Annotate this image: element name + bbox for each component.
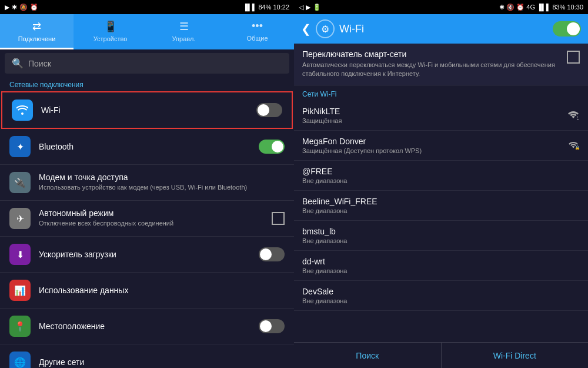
mute-icon: 🔕 <box>19 4 28 11</box>
svg-text:🔒: 🔒 <box>574 145 580 150</box>
wifi-network-list: PikNikLTE Защищённая MegaFon Donver Защи… <box>294 101 588 342</box>
airplane-checkbox[interactable] <box>272 212 285 225</box>
wifi-network-pikniklte[interactable]: PikNikLTE Защищённая <box>294 101 588 131</box>
wifi-header-toggle[interactable] <box>553 21 581 37</box>
wifi-network-bmstu[interactable]: bmstu_lb Вне диапазона <box>294 221 588 251</box>
airplane-item-subtitle: Отключение всех беспроводных соединений <box>39 219 272 228</box>
section-header-connections: Сетевые подключения <box>0 77 294 91</box>
settings-item-location[interactable]: 📍 Местоположение <box>0 309 294 344</box>
data-item-title: Использование данных <box>39 286 285 295</box>
wifi-header-title: Wi-Fi <box>339 23 553 35</box>
wifi-signal-icon-0 <box>567 109 580 122</box>
wifi-status-2: Вне диапазона <box>302 177 580 184</box>
download-item-title: Ускоритель загрузки <box>39 250 259 259</box>
wifi-network-devsale[interactable]: DevSale Вне диапазона <box>294 281 588 311</box>
location-item-icon: 📍 <box>9 316 31 337</box>
wifi-name-5: dd-wrt <box>302 257 580 266</box>
left-panel: ▶ ✱ 🔕 ⏰ ▐▌▌ 84% 10:22 ⇄ Подключени 📱 Уст… <box>0 0 294 368</box>
right-play-icon: ▶ <box>306 4 310 11</box>
wifi-signal-icon-1: 🔒 <box>567 139 580 152</box>
tab-device[interactable]: 📱 Устройство <box>74 14 147 49</box>
smart-switch-desc: Автоматически переключаться между Wi-Fi … <box>302 61 561 79</box>
right-panel: ◁ ▶ 🔋 ✱ 🔇 ⏰ 4G ▐▌▌ 83% 10:30 ❮ ⚙ Wi-Fi П… <box>294 0 588 368</box>
gear-icon[interactable]: ⚙ <box>316 19 335 38</box>
back-icon[interactable]: ❮ <box>301 22 311 36</box>
right-mute-icon: 🔇 <box>506 4 514 11</box>
right-battery-percent: 83% <box>552 4 565 11</box>
search-bar[interactable]: 🔍 Поиск <box>5 53 289 74</box>
wifi-item-icon <box>12 100 33 121</box>
data-item-icon: 📊 <box>9 280 31 301</box>
right-4g-icon: 4G <box>526 4 535 11</box>
tab-general-label: Общие <box>246 35 268 42</box>
tab-control[interactable]: ☰ Управл. <box>147 14 220 49</box>
wifi-network-megafon[interactable]: MegaFon Donver Защищённая (Доступен прот… <box>294 131 588 161</box>
wifi-name-2: @FREE <box>302 167 580 176</box>
device-tab-icon: 📱 <box>104 20 117 33</box>
tab-control-label: Управл. <box>172 35 196 42</box>
tab-general[interactable]: ••• Общие <box>220 14 294 49</box>
wifi-status-6: Вне диапазона <box>302 297 580 304</box>
settings-item-modem[interactable]: 🔌 Модем и точка доступа Использовать уст… <box>0 165 294 201</box>
search-placeholder: Поиск <box>28 59 51 68</box>
settings-item-bluetooth[interactable]: ✦ Bluetooth <box>0 129 294 165</box>
left-status-bar: ▶ ✱ 🔕 ⏰ ▐▌▌ 84% 10:22 <box>0 0 294 14</box>
battery-percent: 84% <box>258 4 271 11</box>
left-time: 10:22 <box>273 4 289 11</box>
wifi-item-title: Wi-Fi <box>41 105 256 115</box>
settings-list: Wi-Fi ✦ Bluetooth 🔌 Модем и точка доступ… <box>0 91 294 368</box>
wifi-status-4: Вне диапазона <box>302 237 580 244</box>
wifi-network-beeline[interactable]: Beeline_WiFi_FREE Вне диапазона <box>294 191 588 221</box>
general-tab-icon: ••• <box>252 20 263 32</box>
wifi-header: ❮ ⚙ Wi-Fi <box>294 14 588 44</box>
svg-rect-0 <box>576 115 580 120</box>
right-bluetooth-icon: ✱ <box>499 4 505 11</box>
tab-connections[interactable]: ⇄ Подключени <box>0 14 74 49</box>
modem-item-subtitle: Использовать устройство как модем (через… <box>39 183 285 192</box>
wifi-status-0: Защищённая <box>302 117 563 124</box>
settings-item-airplane[interactable]: ✈ Автономный режим Отключение всех беспр… <box>0 201 294 237</box>
alarm-icon: ⏰ <box>30 4 38 11</box>
settings-item-wifi[interactable]: Wi-Fi <box>1 91 293 129</box>
bluetooth-toggle[interactable] <box>259 140 285 154</box>
smart-switch-checkbox[interactable] <box>567 51 580 64</box>
smart-switch-title: Переключатель смарт-сети <box>302 49 561 59</box>
modem-item-icon: 🔌 <box>9 172 31 193</box>
wifi-name-1: MegaFon Donver <box>302 137 563 146</box>
tab-connections-label: Подключени <box>18 35 56 42</box>
right-battery-icon: 🔋 <box>313 4 321 11</box>
other-item-icon: 🌐 <box>9 352 31 368</box>
other-item-title: Другие сети <box>39 357 285 367</box>
modem-item-title: Модем и точка доступа <box>39 173 285 182</box>
bluetooth-item-title: Bluetooth <box>39 142 259 151</box>
wifi-network-free[interactable]: @FREE Вне диапазона <box>294 161 588 191</box>
bluetooth-status-icon: ✱ <box>12 4 17 11</box>
settings-item-download[interactable]: ⬇ Ускоритель загрузки <box>0 237 294 273</box>
play-icon: ▶ <box>5 4 9 11</box>
wifi-name-3: Beeline_WiFi_FREE <box>302 197 580 206</box>
search-button[interactable]: Поиск <box>294 343 442 368</box>
settings-item-other[interactable]: 🌐 Другие сети <box>0 344 294 368</box>
bottom-buttons: Поиск Wi-Fi Direct <box>294 342 588 368</box>
location-toggle[interactable] <box>259 319 285 333</box>
bluetooth-item-icon: ✦ <box>9 136 31 157</box>
download-item-icon: ⬇ <box>9 244 31 265</box>
wifi-name-0: PikNikLTE <box>302 107 563 116</box>
wifi-status-5: Вне диапазона <box>302 267 580 274</box>
right-back-arrow-status: ◁ <box>299 4 303 11</box>
right-status-bar: ◁ ▶ 🔋 ✱ 🔇 ⏰ 4G ▐▌▌ 83% 10:30 <box>294 0 588 14</box>
right-alarm-icon: ⏰ <box>516 4 524 11</box>
wifi-name-4: bmstu_lb <box>302 227 580 236</box>
control-tab-icon: ☰ <box>179 20 189 33</box>
wifi-network-ddwrt[interactable]: dd-wrt Вне диапазона <box>294 251 588 281</box>
wifi-status-1: Защищённая (Доступен протокол WPS) <box>302 147 563 154</box>
location-item-title: Местоположение <box>39 321 259 331</box>
airplane-item-icon: ✈ <box>9 208 31 229</box>
settings-item-data[interactable]: 📊 Использование данных <box>0 273 294 309</box>
wifi-toggle[interactable] <box>256 103 282 117</box>
wifidirect-button[interactable]: Wi-Fi Direct <box>442 343 589 368</box>
download-toggle[interactable] <box>259 247 285 261</box>
top-tabs: ⇄ Подключени 📱 Устройство ☰ Управл. ••• … <box>0 14 294 49</box>
airplane-item-title: Автономный режим <box>39 208 272 218</box>
smart-switch[interactable]: Переключатель смарт-сети Автоматически п… <box>294 44 588 85</box>
